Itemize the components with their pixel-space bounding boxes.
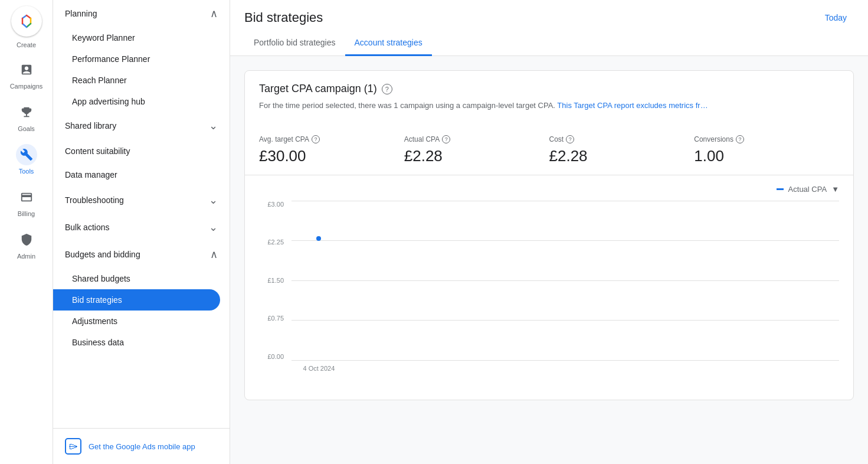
metric-1: Actual CPA ? £2.28 <box>404 135 549 165</box>
y-label-4: £0.00 <box>259 353 289 360</box>
grid-line-0 <box>291 201 839 201</box>
strategy-card: Target CPA campaign (1) ? For the time p… <box>244 70 854 400</box>
main-header: Bid strategies Today Portfolio bid strat… <box>230 0 868 56</box>
icon-bar: Create Campaigns Goals Tools Billing Adm… <box>0 0 53 464</box>
metric-3: Conversions ? 1.00 <box>694 135 839 165</box>
metric-2: Cost ? £2.28 <box>549 135 695 165</box>
metric-help-icon-3[interactable]: ? <box>736 135 744 143</box>
sidebar-item-reach-planner[interactable]: Reach Planner <box>53 70 230 91</box>
metric-help-icon-2[interactable]: ? <box>566 135 574 143</box>
metric-value-0: £30.00 <box>259 147 390 165</box>
metric-0: Avg. target CPA ? £30.00 <box>259 135 404 165</box>
chart-container: £3.00£2.25£1.50£0.75£0.00 4 Oct 2024 <box>259 201 839 378</box>
performance-planner-label: Performance Planner <box>72 54 150 64</box>
card-subtitle: For the time period selected, there was … <box>259 100 839 112</box>
metric-value-1: £2.28 <box>404 147 535 165</box>
metric-label-1: Actual CPA ? <box>404 135 535 143</box>
svg-line-1 <box>27 15 31 18</box>
chart-area: Actual CPA ▼ £3.00£2.25£1.50£0.75£0.00 4… <box>245 175 853 400</box>
metric-label-3: Conversions ? <box>694 135 825 143</box>
metric-help-icon-0[interactable]: ? <box>312 135 320 143</box>
svg-line-3 <box>27 24 31 27</box>
tab-account-strategies[interactable]: Account strategies <box>345 31 432 56</box>
billing-label: Billing <box>18 210 35 217</box>
business-data-label: Business data <box>72 338 124 347</box>
bulk-actions-label: Bulk actions <box>65 223 109 232</box>
card-header: Target CPA campaign (1) ? For the time p… <box>245 71 853 126</box>
budgets-bidding-chevron-icon: ∧ <box>210 248 218 261</box>
mobile-app-label: Get the Google Ads mobile app <box>89 442 195 451</box>
sidebar-item-adjustments[interactable]: Adjustments <box>53 311 230 332</box>
shared-library-chevron-icon: ⌄ <box>209 119 218 132</box>
sidebar-section-troubleshooting[interactable]: Troubleshooting ⌄ <box>53 187 230 214</box>
sidebar-item-shared-budgets[interactable]: Shared budgets <box>53 268 230 289</box>
sidebar-section-planning[interactable]: Planning ∧ <box>53 0 230 27</box>
sidebar-section-shared-library[interactable]: Shared library ⌄ <box>53 112 230 139</box>
content-suitability-label: Content suitability <box>65 146 130 156</box>
troubleshooting-chevron-icon: ⌄ <box>209 194 218 207</box>
y-label-0: £3.00 <box>259 201 289 208</box>
content-area: Target CPA campaign (1) ? For the time p… <box>230 56 868 414</box>
metric-help-icon-1[interactable]: ? <box>442 135 450 143</box>
metric-label-2: Cost ? <box>549 135 680 143</box>
adjustments-label: Adjustments <box>72 316 117 326</box>
sidebar-section-bulk-actions[interactable]: Bulk actions ⌄ <box>53 214 230 241</box>
nav-tools[interactable]: Tools <box>0 138 53 181</box>
phone-icon: ⌲ <box>65 438 81 455</box>
y-label-2: £1.50 <box>259 277 289 284</box>
grid-line-3 <box>291 320 839 321</box>
metric-value-2: £2.28 <box>549 147 680 165</box>
tools-label: Tools <box>19 168 34 175</box>
sidebar-item-content-suitability[interactable]: Content suitability <box>53 139 230 163</box>
legend-dot-icon <box>777 188 784 190</box>
svg-line-4 <box>22 24 27 27</box>
planning-chevron-icon: ∧ <box>210 7 218 20</box>
grid-line-1 <box>291 240 839 241</box>
grid-line-2 <box>291 280 839 281</box>
data-manager-label: Data manager <box>65 170 117 179</box>
nav-admin[interactable]: Admin <box>0 223 53 266</box>
sidebar-item-performance-planner[interactable]: Performance Planner <box>53 48 230 70</box>
shared-budgets-label: Shared budgets <box>72 274 130 283</box>
create-button[interactable] <box>11 6 42 37</box>
chart-grid: 4 Oct 2024 <box>291 201 839 360</box>
sidebar-item-bid-strategies[interactable]: Bid strategies <box>53 289 220 311</box>
nav-goals[interactable]: Goals <box>0 96 53 138</box>
chart-legend: Actual CPA ▼ <box>259 185 839 194</box>
x-axis-label: 4 Oct 2024 <box>303 365 335 372</box>
card-subtitle-link[interactable]: This Target CPA report excludes metrics … <box>557 101 707 110</box>
create-label: Create <box>17 41 36 48</box>
planning-label: Planning <box>65 9 97 18</box>
keyword-planner-label: Keyword Planner <box>72 33 135 43</box>
app-advertising-label: App advertising hub <box>72 97 145 106</box>
sidebar-section-budgets-bidding[interactable]: Budgets and bidding ∧ <box>53 241 230 268</box>
sidebar-item-app-advertising[interactable]: App advertising hub <box>53 91 230 112</box>
sidebar-item-data-manager[interactable]: Data manager <box>53 163 230 187</box>
legend-dropdown-icon[interactable]: ▼ <box>831 185 839 194</box>
legend-label: Actual CPA <box>788 185 827 194</box>
nav-campaigns[interactable]: Campaigns <box>0 53 53 96</box>
y-label-3: £0.75 <box>259 315 289 322</box>
main-content: Bid strategies Today Portfolio bid strat… <box>230 0 868 464</box>
budgets-bidding-label: Budgets and bidding <box>65 250 140 259</box>
sidebar-item-business-data[interactable]: Business data <box>53 332 230 353</box>
bulk-actions-chevron-icon: ⌄ <box>209 221 218 234</box>
metrics-row: Avg. target CPA ? £30.00 Actual CPA ? £2… <box>245 126 853 175</box>
card-title-help-icon[interactable]: ? <box>382 84 392 94</box>
sidebar: Planning ∧ Keyword Planner Performance P… <box>53 0 230 464</box>
today-button[interactable]: Today <box>818 9 854 26</box>
sidebar-footer: ⌲ Get the Google Ads mobile app <box>53 428 230 464</box>
svg-line-0 <box>22 15 27 18</box>
y-label-1: £2.25 <box>259 238 289 246</box>
nav-billing[interactable]: Billing <box>0 181 53 223</box>
card-title: Target CPA campaign (1) ? <box>259 83 839 95</box>
troubleshooting-label: Troubleshooting <box>65 195 124 205</box>
grid-line-4 <box>291 360 839 361</box>
mobile-app-link[interactable]: ⌲ Get the Google Ads mobile app <box>65 438 218 455</box>
reach-planner-label: Reach Planner <box>72 76 127 85</box>
tab-portfolio-bid-strategies[interactable]: Portfolio bid strategies <box>244 31 345 56</box>
page-title: Bid strategies <box>244 10 323 25</box>
bid-strategies-label: Bid strategies <box>72 295 122 305</box>
sidebar-item-keyword-planner[interactable]: Keyword Planner <box>53 27 230 48</box>
metric-value-3: 1.00 <box>694 147 825 165</box>
